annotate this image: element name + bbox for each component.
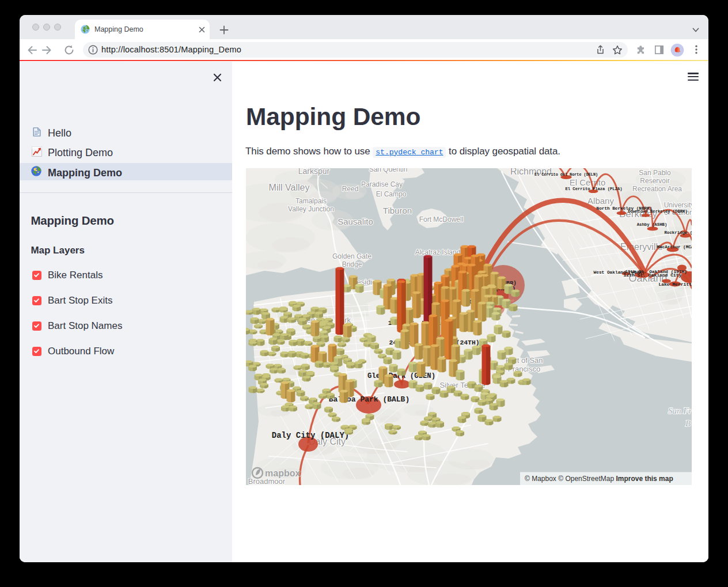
svg-text:Downtown Berkeley (DBRK): Downtown Berkeley (DBRK) [628,209,688,214]
svg-text:Daly City (DALY): Daly City (DALY) [272,431,349,440]
svg-text:Paradise Cay: Paradise Cay [361,180,403,188]
svg-text:El Campo: El Campo [376,190,407,198]
svg-text:Lake Merritt (LAKE): Lake Merritt (LAKE) [658,282,692,287]
svg-text:University: University [664,201,692,209]
svg-text:mapbox: mapbox [265,468,300,478]
svg-text:12th St. Oakland City: 12th St. Oakland City [624,272,682,278]
svg-text:Ashby (ASHB): Ashby (ASHB) [637,222,668,227]
svg-text:B: B [685,419,691,428]
svg-text:Rockridge (ROCK): Rockridge (ROCK) [665,230,692,235]
svg-text:San Pablo: San Pablo [639,169,671,177]
svg-text:Tiburon: Tiburon [383,206,412,215]
svg-text:Larkspur: Larkspur [298,168,330,176]
svg-text:Fort McDowell: Fort McDowell [419,215,464,224]
svg-text:Reservoir: Reservoir [640,177,669,185]
svg-text:MacArthur (MCAR): MacArthur (MCAR) [657,245,692,249]
svg-text:San Quentin: San Quentin [369,168,408,173]
svg-text:Tamalpais: Tamalpais [295,197,327,205]
svg-text:El Cerrito: El Cerrito [570,177,606,187]
svg-text:Albany: Albany [587,196,614,206]
svg-text:Mill Valley: Mill Valley [269,183,310,192]
svg-text:Reed: Reed [342,185,359,193]
svg-text:Bridge: Bridge [342,260,362,268]
svg-text:Sausalito: Sausalito [338,217,373,226]
svg-text:El Cerrito Plaza (PLZA): El Cerrito Plaza (PLZA) [565,187,622,191]
svg-text:Recreation Area: Recreation Area [632,185,682,193]
svg-text:Golden Gate: Golden Gate [332,252,371,260]
svg-text:El Cerrito del Norte (DELN): El Cerrito del Norte (DELN) [534,172,598,177]
svg-text:Broadmoor: Broadmoor [248,477,286,485]
svg-text:Valley Junction: Valley Junction [288,205,334,213]
svg-text:© Mapbox © OpenStreetMap Impro: © Mapbox © OpenStreetMap Improve this ma… [525,475,673,483]
svg-text:San Fr: San Fr [668,406,692,415]
